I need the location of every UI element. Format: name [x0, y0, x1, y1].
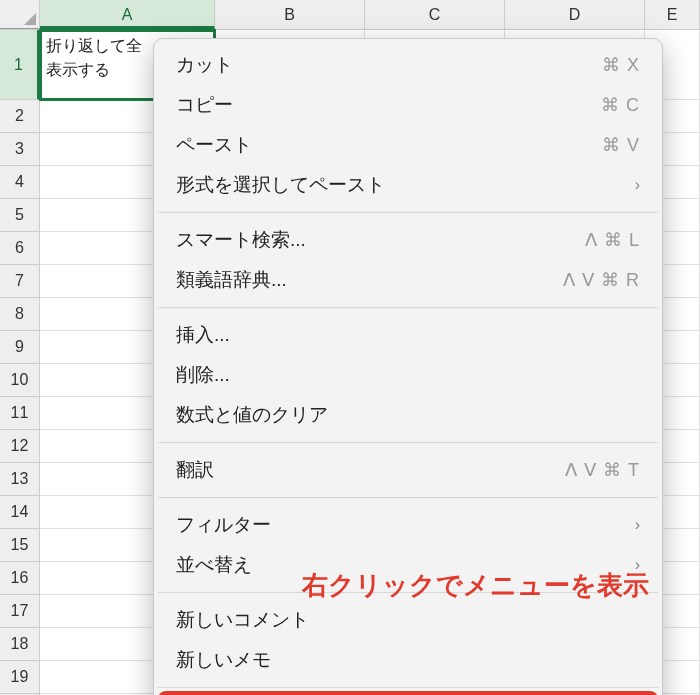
menu-separator — [158, 442, 658, 443]
spreadsheet-grid: A B C D E 1 折り返して全 表示する 2 3 4 5 6 7 8 9 … — [0, 0, 700, 695]
menu-label: 挿入... — [176, 322, 640, 348]
menu-filter[interactable]: フィルター › — [154, 505, 662, 545]
menu-shortcut: ⌘ X — [602, 54, 640, 76]
menu-new-note[interactable]: 新しいメモ — [154, 640, 662, 680]
row-header[interactable]: 7 — [0, 265, 40, 298]
menu-separator — [158, 212, 658, 213]
menu-thesaurus[interactable]: 類義語辞典... ᐱ ᐯ ⌘ R — [154, 260, 662, 300]
menu-label: フィルター — [176, 512, 629, 538]
row-header[interactable]: 12 — [0, 430, 40, 463]
menu-label: 削除... — [176, 362, 640, 388]
menu-shortcut: ⌘ C — [601, 94, 640, 116]
menu-label: ペースト — [176, 132, 602, 158]
menu-paste[interactable]: ペースト ⌘ V — [154, 125, 662, 165]
chevron-right-icon: › — [635, 516, 640, 534]
row-header[interactable]: 14 — [0, 496, 40, 529]
row-header[interactable]: 5 — [0, 199, 40, 232]
row-header[interactable]: 17 — [0, 595, 40, 628]
menu-label: 新しいメモ — [176, 647, 640, 673]
col-header-c[interactable]: C — [365, 0, 505, 29]
col-header-e[interactable]: E — [645, 0, 700, 29]
menu-clear[interactable]: 数式と値のクリア — [154, 395, 662, 435]
row-header[interactable]: 13 — [0, 463, 40, 496]
row-header[interactable]: 11 — [0, 397, 40, 430]
menu-label: スマート検索... — [176, 227, 585, 253]
menu-insert[interactable]: 挿入... — [154, 315, 662, 355]
annotation-text: 右クリックでメニューを表示 — [302, 568, 649, 603]
menu-shortcut: ᐱ ᐯ ⌘ R — [563, 269, 640, 291]
menu-separator — [158, 687, 658, 688]
row-header[interactable]: 8 — [0, 298, 40, 331]
chevron-right-icon: › — [635, 176, 640, 194]
col-header-d[interactable]: D — [505, 0, 645, 29]
cell-a1-line2: 表示する — [46, 61, 110, 78]
menu-shortcut: ⌘ V — [602, 134, 640, 156]
row-header[interactable]: 6 — [0, 232, 40, 265]
col-header-a[interactable]: A — [40, 0, 215, 29]
col-header-b[interactable]: B — [215, 0, 365, 29]
menu-label: 翻訳 — [176, 457, 565, 483]
row-header[interactable]: 10 — [0, 364, 40, 397]
menu-label: カット — [176, 52, 602, 78]
menu-smart-lookup[interactable]: スマート検索... ᐱ ⌘ L — [154, 220, 662, 260]
menu-paste-special[interactable]: 形式を選択してペースト › — [154, 165, 662, 205]
menu-shortcut: ᐱ ⌘ L — [585, 229, 640, 251]
row-header[interactable]: 15 — [0, 529, 40, 562]
menu-label: 類義語辞典... — [176, 267, 563, 293]
menu-label: コピー — [176, 92, 601, 118]
menu-copy[interactable]: コピー ⌘ C — [154, 85, 662, 125]
column-headers: A B C D E — [0, 0, 700, 30]
row-header[interactable]: 9 — [0, 331, 40, 364]
row-header[interactable]: 18 — [0, 628, 40, 661]
menu-shortcut: ᐱ ᐯ ⌘ T — [565, 459, 640, 481]
menu-cut[interactable]: カット ⌘ X — [154, 45, 662, 85]
menu-new-comment[interactable]: 新しいコメント — [154, 600, 662, 640]
select-all-corner[interactable] — [0, 0, 40, 29]
row-header[interactable]: 3 — [0, 133, 40, 166]
menu-delete[interactable]: 削除... — [154, 355, 662, 395]
cell-a1-line1: 折り返して全 — [46, 37, 142, 54]
menu-separator — [158, 497, 658, 498]
menu-label: 数式と値のクリア — [176, 402, 640, 428]
row-header[interactable]: 2 — [0, 100, 40, 133]
row-header-1[interactable]: 1 — [0, 30, 40, 100]
menu-separator — [158, 307, 658, 308]
row-header[interactable]: 4 — [0, 166, 40, 199]
menu-translate[interactable]: 翻訳 ᐱ ᐯ ⌘ T — [154, 450, 662, 490]
menu-label: 新しいコメント — [176, 607, 640, 633]
row-header[interactable]: 16 — [0, 562, 40, 595]
menu-label: 形式を選択してペースト — [176, 172, 629, 198]
row-header[interactable]: 19 — [0, 661, 40, 694]
